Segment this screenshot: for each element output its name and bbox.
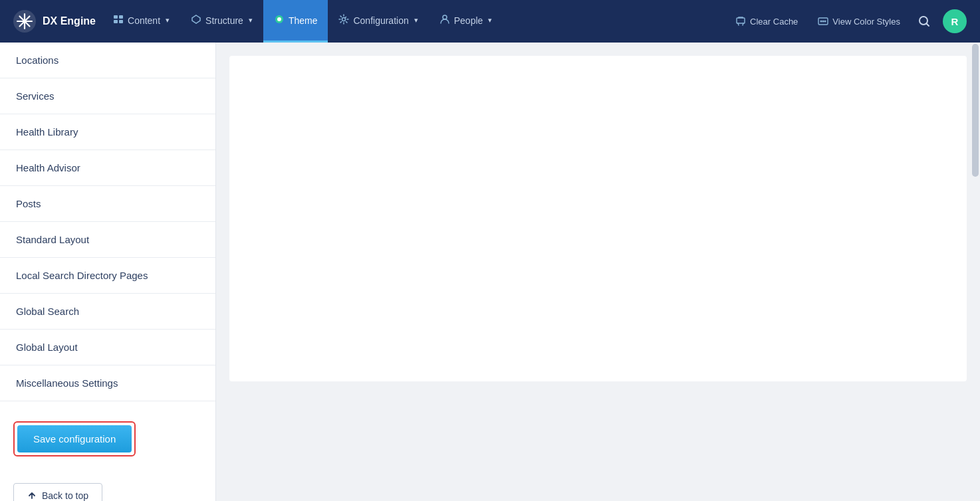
user-avatar[interactable]: R	[943, 9, 967, 33]
people-chevron: ▾	[488, 16, 492, 25]
sidebar-item-label-locations: Locations	[16, 54, 59, 66]
sidebar: LocationsServicesHealth LibraryHealth Ad…	[0, 43, 216, 501]
sidebar-item-label-health-library: Health Library	[16, 126, 78, 138]
sidebar-item-health-library[interactable]: Health Library	[0, 114, 215, 150]
sidebar-item-locations[interactable]: Locations	[0, 43, 215, 78]
nav-item-people[interactable]: People ▾	[429, 0, 503, 43]
people-icon	[439, 14, 450, 27]
content-panel	[229, 56, 967, 381]
nav-theme-label: Theme	[289, 15, 318, 26]
search-icon	[918, 15, 931, 28]
content-icon	[113, 14, 124, 27]
nav-people-label: People	[454, 15, 483, 26]
logo-icon	[13, 10, 36, 33]
svg-marker-9	[192, 15, 200, 23]
back-to-top-area: Back to top	[0, 470, 215, 501]
svg-rect-7	[114, 20, 118, 23]
back-to-top-icon	[27, 491, 37, 500]
content-chevron: ▾	[166, 16, 170, 25]
structure-chevron: ▾	[249, 16, 253, 25]
sidebar-item-label-posts: Posts	[16, 198, 41, 209]
sidebar-item-label-standard-layout: Standard Layout	[16, 234, 89, 245]
sidebar-item-global-search[interactable]: Global Search	[0, 294, 215, 330]
nav-configuration-label: Configuration	[353, 15, 408, 26]
svg-rect-14	[737, 18, 745, 23]
save-configuration-button[interactable]: Save configuration	[17, 425, 132, 452]
color-styles-icon	[818, 16, 828, 27]
back-to-top-button[interactable]: Back to top	[13, 483, 102, 501]
configuration-icon	[338, 14, 349, 27]
page-body: LocationsServicesHealth LibraryHealth Ad…	[0, 43, 980, 501]
clear-cache-icon	[735, 16, 746, 27]
svg-rect-8	[119, 20, 123, 23]
sidebar-item-label-global-search: Global Search	[16, 306, 79, 317]
clear-cache-button[interactable]: Clear Cache	[727, 12, 806, 31]
sidebar-item-posts[interactable]: Posts	[0, 186, 215, 222]
sidebar-footer: Save configuration	[0, 401, 215, 470]
svg-point-16	[820, 21, 822, 23]
global-search-button[interactable]	[912, 9, 936, 33]
sidebar-item-label-misc-settings: Miscellaneous Settings	[16, 377, 118, 389]
nav-item-theme[interactable]: Theme	[263, 0, 328, 43]
main-nav: Content ▾ Structure ▾ Theme Configuratio…	[102, 0, 727, 43]
save-config-label: Save configuration	[33, 433, 116, 445]
theme-icon	[274, 14, 285, 27]
clear-cache-label: Clear Cache	[750, 17, 798, 27]
svg-point-17	[822, 21, 824, 23]
view-color-styles-button[interactable]: View Color Styles	[810, 12, 908, 31]
configuration-chevron: ▾	[414, 16, 418, 25]
main-content	[216, 43, 980, 501]
sidebar-item-health-advisor[interactable]: Health Advisor	[0, 150, 215, 186]
back-to-top-label: Back to top	[42, 490, 88, 501]
sidebar-item-services[interactable]: Services	[0, 78, 215, 114]
nav-item-configuration[interactable]: Configuration ▾	[328, 0, 428, 43]
sidebar-item-global-layout[interactable]: Global Layout	[0, 330, 215, 365]
nav-content-label: Content	[128, 15, 160, 26]
svg-rect-6	[119, 15, 123, 19]
avatar-letter: R	[951, 16, 959, 27]
topnav-right-actions: Clear Cache View Color Styles R	[727, 9, 967, 33]
nav-item-structure[interactable]: Structure ▾	[180, 0, 263, 43]
nav-structure-label: Structure	[205, 15, 243, 26]
app-logo[interactable]: DX Engine	[13, 10, 96, 33]
save-config-highlight: Save configuration	[13, 421, 136, 456]
top-navigation: DX Engine Content ▾ Structure ▾ Theme	[0, 0, 980, 43]
sidebar-item-label-local-search: Local Search Directory Pages	[16, 270, 148, 281]
sidebar-item-label-services: Services	[16, 90, 55, 102]
logo-text: DX Engine	[43, 15, 96, 27]
sidebar-item-standard-layout[interactable]: Standard Layout	[0, 222, 215, 258]
sidebar-item-misc-settings[interactable]: Miscellaneous Settings	[0, 365, 215, 401]
sidebar-item-local-search[interactable]: Local Search Directory Pages	[0, 258, 215, 294]
nav-item-content[interactable]: Content ▾	[102, 0, 180, 43]
sidebar-item-label-global-layout: Global Layout	[16, 342, 78, 353]
sidebar-items-list: LocationsServicesHealth LibraryHealth Ad…	[0, 43, 215, 401]
sidebar-item-label-health-advisor: Health Advisor	[16, 162, 80, 173]
scrollbar-track[interactable]	[971, 43, 980, 501]
scrollbar-thumb[interactable]	[972, 44, 979, 177]
svg-rect-5	[114, 15, 118, 19]
svg-point-18	[824, 21, 826, 23]
svg-point-13	[443, 15, 447, 19]
view-color-styles-label: View Color Styles	[832, 17, 900, 27]
svg-point-11	[277, 17, 281, 21]
structure-icon	[191, 14, 201, 27]
